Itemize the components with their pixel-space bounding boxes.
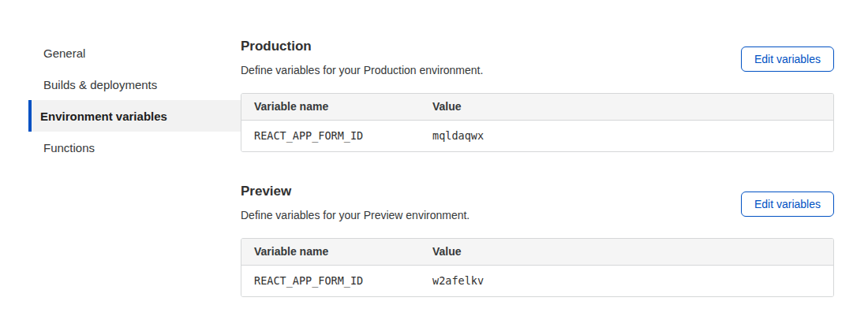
value-column-header: Value: [420, 239, 833, 266]
table-row: REACT_APP_FORM_ID w2afelkv: [241, 266, 833, 297]
value-cell: w2afelkv: [420, 266, 833, 297]
variable-name-cell: REACT_APP_FORM_ID: [241, 121, 420, 152]
production-section: Production Define variables for your Pro…: [241, 37, 834, 152]
preview-section: Preview Define variables for your Previe…: [241, 182, 834, 297]
production-variables-table: Variable name Value REACT_APP_FORM_ID mq…: [241, 93, 834, 152]
sidebar-item-label: General: [43, 46, 85, 60]
settings-page: General Builds & deployments Environment…: [0, 0, 868, 297]
table-row: REACT_APP_FORM_ID mqldaqwx: [241, 121, 833, 152]
table-header-row: Variable name Value: [241, 239, 833, 266]
variable-name-column-header: Variable name: [241, 94, 420, 121]
preview-variables-table: Variable name Value REACT_APP_FORM_ID w2…: [241, 238, 834, 297]
value-cell: mqldaqwx: [420, 121, 833, 152]
sidebar-item-builds-deployments[interactable]: Builds & deployments: [28, 69, 241, 100]
preview-description: Define variables for your Preview enviro…: [241, 209, 470, 221]
variable-name-column-header: Variable name: [241, 239, 420, 266]
preview-section-header: Preview Define variables for your Previe…: [241, 182, 834, 221]
variable-name-cell: REACT_APP_FORM_ID: [241, 266, 420, 297]
sidebar-item-label: Builds & deployments: [43, 78, 157, 91]
production-title: Production: [241, 39, 483, 54]
preview-heading-block: Preview Define variables for your Previe…: [241, 182, 470, 221]
environment-variables-content: Production Define variables for your Pro…: [241, 37, 868, 297]
production-description: Define variables for your Production env…: [241, 64, 483, 76]
production-heading-block: Production Define variables for your Pro…: [241, 37, 483, 76]
sidebar-item-environment-variables[interactable]: Environment variables: [28, 100, 241, 132]
production-section-header: Production Define variables for your Pro…: [241, 37, 834, 76]
table-header-row: Variable name Value: [241, 94, 833, 121]
sidebar-item-label: Environment variables: [40, 110, 167, 123]
sidebar-item-label: Functions: [43, 141, 95, 154]
production-edit-variables-button[interactable]: Edit variables: [741, 46, 834, 72]
settings-sidebar: General Builds & deployments Environment…: [0, 37, 241, 297]
sidebar-item-functions[interactable]: Functions: [28, 132, 241, 163]
preview-title: Preview: [241, 184, 470, 199]
sidebar-item-general[interactable]: General: [28, 37, 241, 69]
preview-edit-variables-button[interactable]: Edit variables: [741, 192, 834, 217]
value-column-header: Value: [420, 94, 833, 121]
